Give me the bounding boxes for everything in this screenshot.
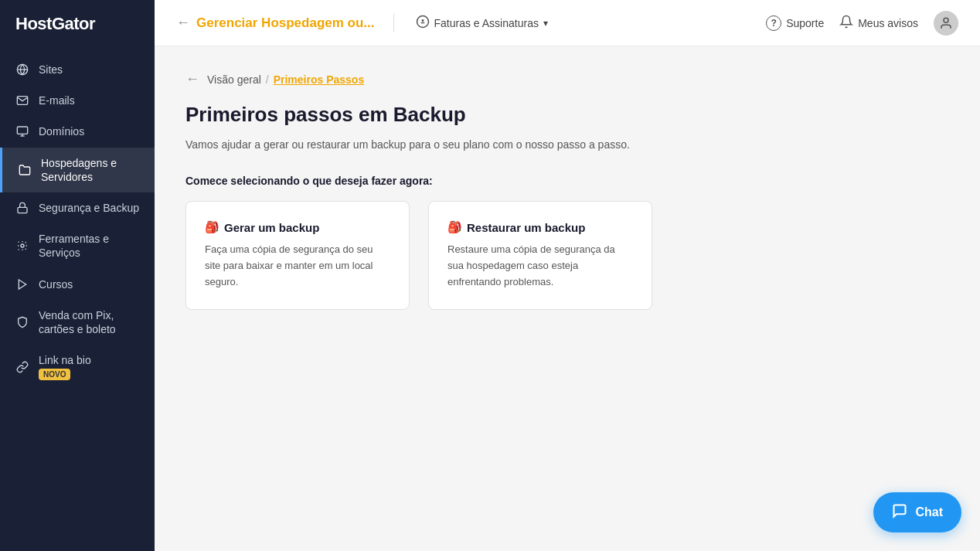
- generate-backup-title: 🎒 Gerar um backup: [205, 220, 390, 234]
- sidebar-item-dominios-label: Domínios: [39, 124, 84, 138]
- svg-marker-7: [19, 280, 26, 289]
- sidebar-item-hospedagens-label: Hospedagens e Servidores: [41, 156, 139, 184]
- sidebar-item-venda[interactable]: Venda com Pix, cartões e boleto: [0, 300, 155, 345]
- header-back-arrow[interactable]: ←: [176, 15, 190, 31]
- bell-icon: [839, 15, 853, 31]
- billing-icon: [416, 15, 430, 31]
- cursos-icon: [15, 277, 29, 291]
- new-badge: NOVO: [39, 369, 70, 380]
- support-icon: ?: [766, 15, 781, 31]
- sidebar-item-cursos-label: Cursos: [39, 277, 73, 291]
- breadcrumb-back-button[interactable]: ←: [185, 71, 199, 87]
- sidebar-item-ferramentas-label: Ferramentas e Serviços: [39, 232, 139, 260]
- sidebar-item-cursos[interactable]: Cursos: [0, 269, 155, 300]
- notifications-item[interactable]: Meus avisos: [839, 15, 918, 31]
- section-label: Comece selecionando o que deseja fazer a…: [185, 175, 949, 187]
- chat-button[interactable]: Chat: [873, 492, 961, 532]
- link-icon: [15, 360, 29, 374]
- sidebar-item-venda-label: Venda com Pix, cartões e boleto: [39, 308, 139, 336]
- header-title-text: Gerenciar Hospedagem ou...: [196, 15, 375, 31]
- breadcrumb-current: Primeiros Passos: [274, 73, 365, 86]
- page-content: ← Visão geral / Primeiros Passos Primeir…: [155, 46, 980, 551]
- user-avatar[interactable]: [934, 11, 958, 36]
- header-right: ? Suporte Meus avisos: [766, 11, 958, 36]
- sidebar-logo: HostGator: [0, 0, 155, 48]
- ferramentas-icon: [15, 239, 29, 253]
- seguranca-icon: [15, 201, 29, 215]
- svg-point-10: [944, 18, 948, 22]
- sidebar-item-dominios[interactable]: Domínios: [0, 116, 155, 147]
- breadcrumb-parent[interactable]: Visão geral: [207, 73, 261, 86]
- support-label: Suporte: [786, 17, 824, 29]
- sidebar-item-link[interactable]: Link na bio NOVO: [0, 345, 155, 389]
- sidebar-item-link-label: Link na bio: [39, 354, 91, 366]
- sites-icon: [15, 63, 29, 77]
- main-content: ← Gerenciar Hospedagem ou... Faturas e A…: [155, 0, 980, 551]
- restore-backup-icon: 🎒: [447, 220, 462, 234]
- venda-icon: [15, 315, 29, 329]
- sidebar-item-hospedagens[interactable]: Hospedagens e Servidores: [0, 148, 155, 192]
- page-subtitle: Vamos ajudar a gerar ou restaurar um bac…: [185, 136, 949, 153]
- sidebar-item-sites[interactable]: Sites: [0, 54, 155, 85]
- page-title: Primeiros passos em Backup: [185, 103, 949, 127]
- header-divider: [393, 14, 394, 32]
- header: ← Gerenciar Hospedagem ou... Faturas e A…: [155, 0, 980, 46]
- billing-nav-item[interactable]: Faturas e Assinaturas ▾: [413, 10, 551, 36]
- sidebar-item-seguranca-label: Segurança e Backup: [39, 201, 139, 215]
- header-title-area[interactable]: ← Gerenciar Hospedagem ou...: [176, 15, 375, 31]
- sidebar: HostGator Sites E-mails Domínios Hospeda…: [0, 0, 155, 551]
- billing-chevron-icon: ▾: [543, 18, 548, 29]
- dominios-icon: [15, 124, 29, 138]
- support-item[interactable]: ? Suporte: [766, 15, 824, 31]
- breadcrumb: ← Visão geral / Primeiros Passos: [185, 71, 949, 87]
- sidebar-item-sites-label: Sites: [39, 63, 63, 77]
- sidebar-item-emails-label: E-mails: [39, 94, 75, 107]
- sidebar-item-seguranca[interactable]: Segurança e Backup: [0, 192, 155, 223]
- chat-icon: [892, 503, 907, 522]
- generate-backup-icon: 🎒: [205, 220, 219, 234]
- restore-backup-card[interactable]: 🎒 Restaurar um backup Restaure uma cópia…: [428, 201, 652, 309]
- sidebar-item-ferramentas[interactable]: Ferramentas e Serviços: [0, 223, 155, 268]
- sidebar-item-emails[interactable]: E-mails: [0, 85, 155, 116]
- hospedagens-icon: [18, 163, 32, 177]
- svg-point-6: [21, 244, 24, 247]
- generate-backup-desc: Faça uma cópia de segurança do seu site …: [205, 242, 390, 290]
- breadcrumb-separator: /: [266, 73, 269, 86]
- cards-row: 🎒 Gerar um backup Faça uma cópia de segu…: [185, 201, 949, 309]
- billing-label: Faturas e Assinaturas: [434, 17, 539, 29]
- notifications-label: Meus avisos: [858, 17, 918, 29]
- restore-backup-desc: Restaure uma cópia de segurança da sua h…: [447, 242, 633, 290]
- sidebar-nav: Sites E-mails Domínios Hospedagens e Ser…: [0, 48, 155, 551]
- chat-label: Chat: [915, 505, 943, 519]
- restore-backup-title: 🎒 Restaurar um backup: [447, 220, 633, 234]
- email-icon: [15, 94, 29, 107]
- generate-backup-card[interactable]: 🎒 Gerar um backup Faça uma cópia de segu…: [185, 201, 410, 309]
- svg-rect-5: [18, 207, 27, 213]
- svg-rect-2: [17, 127, 27, 134]
